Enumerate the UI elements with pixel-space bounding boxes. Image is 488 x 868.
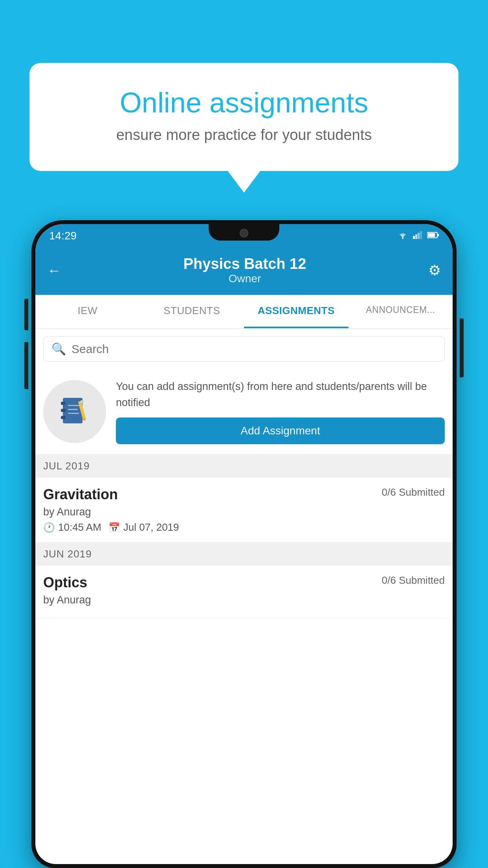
section-jun-2019: JUN 2019 — [35, 542, 453, 566]
tab-announcements[interactable]: ANNOUNCEM... — [349, 295, 453, 328]
phone-frame: 14:29 — [31, 220, 457, 868]
search-input[interactable] — [72, 342, 437, 356]
status-time: 14:29 — [49, 230, 77, 242]
assignment-submitted-gravitation: 0/6 Submitted — [382, 486, 445, 498]
phone-volume-up-btn — [24, 299, 28, 330]
header-center: Physics Batch 12 Owner — [183, 256, 306, 285]
svg-point-0 — [402, 237, 404, 239]
assignment-icon-circle — [43, 380, 106, 443]
calendar-icon: 📅 — [108, 522, 120, 533]
speech-bubble-title: Online assignments — [57, 86, 431, 119]
speech-bubble-card: Online assignments ensure more practice … — [29, 63, 459, 171]
add-assignment-button[interactable]: Add Assignment — [116, 417, 445, 444]
assignment-gravitation[interactable]: Gravitation 0/6 Submitted by Anurag 🕐 10… — [35, 478, 453, 542]
settings-icon[interactable]: ⚙ — [428, 262, 441, 279]
tab-iew[interactable]: IEW — [35, 295, 140, 328]
tabs-bar: IEW STUDENTS ASSIGNMENTS ANNOUNCEM... — [35, 295, 453, 329]
assignment-name-gravitation: Gravitation — [43, 486, 118, 503]
promo-section: You can add assignment(s) from here and … — [35, 369, 453, 454]
search-input-wrapper: 🔍 — [43, 336, 445, 362]
assignment-row-top: Gravitation 0/6 Submitted — [43, 486, 445, 503]
meta-date: 📅 Jul 07, 2019 — [108, 521, 179, 533]
assignment-by-gravitation: by Anurag — [43, 506, 445, 518]
meta-time: 🕐 10:45 AM — [43, 521, 101, 533]
back-button[interactable]: ← — [47, 262, 61, 279]
battery-icon — [427, 232, 439, 240]
svg-rect-7 — [437, 234, 439, 236]
assignment-optics[interactable]: Optics 0/6 Submitted by Anurag — [35, 566, 453, 618]
phone-screen: 14:29 — [35, 224, 453, 864]
svg-rect-3 — [418, 233, 420, 239]
svg-rect-9 — [61, 402, 66, 405]
svg-rect-6 — [428, 233, 435, 237]
status-icons — [397, 231, 439, 241]
assignment-name-optics: Optics — [43, 574, 87, 591]
svg-rect-10 — [61, 409, 66, 412]
svg-rect-13 — [68, 409, 78, 410]
promo-description: You can add assignment(s) from here and … — [116, 379, 445, 410]
phone-volume-down-btn — [24, 342, 28, 389]
tab-students[interactable]: STUDENTS — [140, 295, 244, 328]
batch-subtitle: Owner — [183, 272, 306, 285]
svg-rect-12 — [68, 405, 80, 406]
svg-rect-11 — [61, 416, 66, 419]
phone-power-btn — [460, 318, 464, 377]
wifi-icon — [397, 231, 408, 241]
tab-assignments[interactable]: ASSIGNMENTS — [244, 295, 349, 328]
clock-icon: 🕐 — [43, 522, 55, 533]
assignment-meta-gravitation: 🕐 10:45 AM 📅 Jul 07, 2019 — [43, 521, 445, 533]
section-jul-2019: JUL 2019 — [35, 454, 453, 478]
svg-rect-14 — [68, 413, 79, 414]
search-icon: 🔍 — [51, 342, 66, 356]
notebook-svg-icon — [57, 394, 92, 429]
assignment-submitted-optics: 0/6 Submitted — [382, 574, 445, 587]
signal-icon — [413, 231, 422, 241]
svg-rect-2 — [415, 234, 417, 239]
phone-camera — [240, 229, 248, 237]
search-container: 🔍 — [35, 329, 453, 369]
phone-notch — [209, 224, 279, 241]
batch-title: Physics Batch 12 — [183, 256, 306, 272]
assignment-time: 10:45 AM — [58, 521, 101, 533]
assignment-optics-row-top: Optics 0/6 Submitted — [43, 574, 445, 591]
svg-rect-1 — [413, 236, 415, 239]
promo-right: You can add assignment(s) from here and … — [116, 379, 445, 444]
svg-rect-4 — [420, 231, 422, 239]
speech-bubble-subtitle: ensure more practice for your students — [57, 127, 431, 143]
assignment-date: Jul 07, 2019 — [123, 521, 179, 533]
assignment-by-optics: by Anurag — [43, 594, 445, 606]
app-header: ← Physics Batch 12 Owner ⚙ — [35, 248, 453, 295]
